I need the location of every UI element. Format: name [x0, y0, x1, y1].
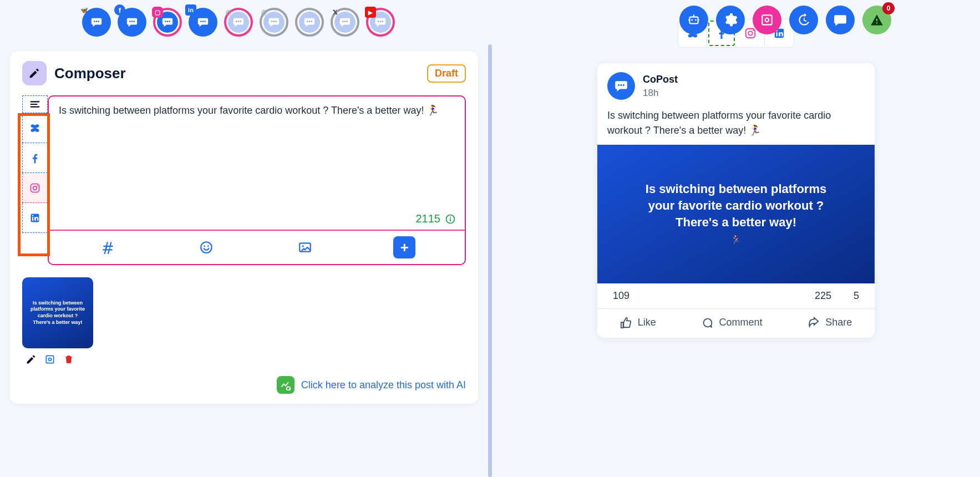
add-button[interactable]: +	[393, 236, 415, 258]
stat-likes: 109	[613, 290, 629, 302]
attachment-thumb[interactable]: Is switching between platforms your favo…	[22, 277, 93, 348]
preview-time: 18h	[643, 87, 678, 100]
rail-facebook[interactable]	[22, 143, 48, 173]
chip-facebook[interactable]: f	[118, 8, 146, 37]
top-toolbar-right: 0	[679, 6, 891, 34]
composer-title: Composer	[54, 65, 126, 82]
top-toolbar-left: 🦋 f ▢ in @ @	[10, 6, 478, 39]
composer-card: Composer Draft Is switching between plat…	[10, 51, 478, 404]
preview-body: Is switching between platforms your favo…	[597, 106, 875, 145]
chip-linkedin[interactable]: in	[189, 8, 217, 37]
preview-image: Is switching between platforms your favo…	[597, 145, 875, 283]
comment-button[interactable]: Comment	[701, 317, 762, 329]
char-count: 2115	[416, 212, 456, 225]
info-icon[interactable]	[445, 214, 456, 225]
rail-bluesky[interactable]	[22, 113, 48, 143]
rail-linkedin[interactable]	[22, 203, 48, 233]
rail-instagram[interactable]	[22, 173, 48, 203]
pencil-icon	[22, 61, 47, 85]
chip-x[interactable]: 𝕏	[331, 8, 359, 37]
emoji-button[interactable]	[196, 237, 216, 257]
media-button[interactable]	[295, 237, 315, 257]
edit-thumb-icon[interactable]	[26, 354, 37, 365]
preview-stats: 109 225 5	[597, 283, 875, 308]
editor-content: Is switching between platforms your favo…	[59, 105, 439, 116]
stat-comments: 225	[815, 290, 831, 302]
preview-author: CoPost	[643, 72, 678, 87]
pane-divider[interactable]	[488, 44, 492, 477]
alerts-button[interactable]: 0	[862, 6, 891, 34]
draft-badge: Draft	[427, 64, 466, 83]
settings-button[interactable]	[716, 6, 745, 34]
preview-avatar	[607, 72, 635, 100]
chip-instagram[interactable]: ▢	[153, 8, 182, 37]
preview-card: CoPost 18h Is switching between platform…	[597, 63, 875, 338]
delete-thumb-icon[interactable]	[63, 354, 74, 365]
hashtag-button[interactable]	[98, 237, 118, 257]
stat-shares: 5	[854, 290, 859, 302]
preview-button[interactable]	[753, 6, 781, 34]
share-button[interactable]: Share	[808, 317, 852, 329]
ai-analyze-link[interactable]: Click here to analyze this post with AI	[22, 376, 466, 394]
chip-threads[interactable]: @	[224, 8, 253, 37]
notif-badge: 0	[882, 2, 895, 14]
editor-toolbar: +	[49, 230, 465, 264]
comments-button[interactable]	[826, 6, 855, 34]
chip-bluesky[interactable]: 🦋	[82, 8, 111, 37]
platform-rail	[22, 95, 48, 265]
preview-thumb-icon[interactable]	[44, 354, 55, 365]
chip-threads-alt[interactable]: @	[260, 8, 288, 37]
like-button[interactable]: Like	[620, 317, 656, 329]
ai-button[interactable]	[679, 6, 708, 34]
chip-youtube[interactable]: ▶	[366, 8, 395, 37]
chip-tiktok[interactable]: ♪	[295, 8, 324, 37]
history-button[interactable]	[789, 6, 818, 34]
editor-textarea[interactable]: Is switching between platforms your favo…	[49, 97, 465, 230]
ai-icon	[277, 376, 294, 394]
rail-menu[interactable]	[22, 95, 48, 113]
editor: Is switching between platforms your favo…	[48, 95, 466, 265]
